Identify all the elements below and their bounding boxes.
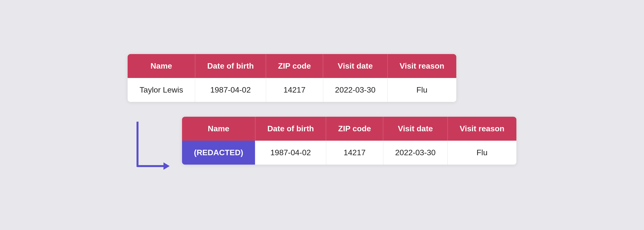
bottom-table-header-visit-date: Visit date (383, 117, 448, 141)
bottom-table-wrapper: Name Date of birth ZIP code Visit date V… (182, 117, 516, 165)
svg-marker-2 (164, 162, 170, 170)
bottom-row-zip: 14217 (326, 141, 383, 165)
bottom-section: Name Date of birth ZIP code Visit date V… (128, 117, 516, 176)
top-table-header-visit-date: Visit date (323, 54, 388, 78)
top-table-header-dob: Date of birth (195, 54, 266, 78)
top-table-wrapper: Name Date of birth ZIP code Visit date V… (128, 54, 456, 102)
top-row-dob: 1987-04-02 (195, 78, 266, 102)
table-row: (REDACTED) 1987-04-02 14217 2022-03-30 F… (182, 141, 516, 165)
bottom-table-header-visit-reason: Visit reason (448, 117, 516, 141)
top-table-header-visit-reason: Visit reason (388, 54, 456, 78)
redaction-arrow-icon (128, 122, 172, 176)
top-row-visit-reason: Flu (388, 78, 456, 102)
redacted-name-cell: (REDACTED) (182, 141, 255, 165)
top-row-visit-date: 2022-03-30 (323, 78, 388, 102)
bottom-table: Name Date of birth ZIP code Visit date V… (182, 117, 516, 165)
bottom-row-visit-date: 2022-03-30 (383, 141, 448, 165)
top-table: Name Date of birth ZIP code Visit date V… (128, 54, 456, 102)
top-table-header-name: Name (128, 54, 195, 78)
bottom-table-header-dob: Date of birth (255, 117, 326, 141)
arrow-container (128, 117, 182, 176)
table-row: Taylor Lewis 1987-04-02 14217 2022-03-30… (128, 78, 456, 102)
top-row-zip: 14217 (266, 78, 323, 102)
bottom-table-header-name: Name (182, 117, 255, 141)
top-table-header-zip: ZIP code (266, 54, 323, 78)
top-row-name: Taylor Lewis (128, 78, 195, 102)
bottom-table-header-zip: ZIP code (326, 117, 383, 141)
main-container: Name Date of birth ZIP code Visit date V… (108, 44, 536, 186)
bottom-row-visit-reason: Flu (448, 141, 516, 165)
bottom-row-dob: 1987-04-02 (255, 141, 326, 165)
